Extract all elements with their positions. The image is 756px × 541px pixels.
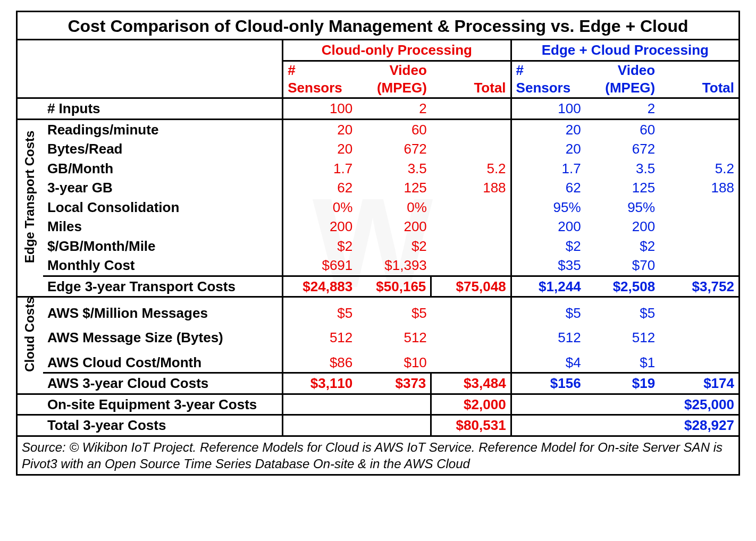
row-aws3: AWS 3-year Cloud Costs $3,110 $373 $3,48…: [17, 373, 740, 394]
col-e-total: Total: [659, 79, 739, 98]
row-total: Total 3-year Costs $80,531 $28,927: [17, 415, 740, 436]
col-c-sensors-2: Sensors: [283, 79, 357, 98]
side-label-cloud: Cloud Costs: [17, 297, 43, 373]
comparison-table: W Cost Comparison of Cloud-only Manageme…: [16, 11, 740, 476]
edge-cloud-header: Edge + Cloud Processing: [511, 40, 739, 61]
source-footnote: Source: © Wikibon IoT Project. Reference…: [17, 436, 740, 475]
row-awscm: AWS Cloud Cost/Month $86 $10 $4 $1: [17, 347, 740, 373]
row-consol: Local Consolidation 0% 0% 95% 95%: [17, 198, 740, 217]
group-header-row: Cloud-only Processing Edge + Cloud Proce…: [17, 40, 740, 61]
col-c-video-2: (MPEG): [357, 79, 431, 98]
col-c-total: Total: [431, 79, 511, 98]
title-row: Cost Comparison of Cloud-only Management…: [17, 12, 740, 40]
row-awsms: AWS Message Size (Bytes) 512 512 512 512: [17, 323, 740, 347]
row-gb3: 3-year GB 62 125 188 62 125 188: [17, 178, 740, 198]
row-gbm: GB/Month 1.7 3.5 5.2 1.7 3.5 5.2: [17, 159, 740, 179]
row-rpm: Edge Transport Costs Readings/minute 20 …: [17, 119, 740, 139]
cloud-only-header: Cloud-only Processing: [283, 40, 511, 61]
row-awsmm: Cloud Costs AWS $/Million Messages $5 $5…: [17, 297, 740, 323]
label-inputs: # Inputs: [43, 98, 283, 120]
row-rate: $/GB/Month/Mile $2 $2 $2 $2: [17, 236, 740, 256]
row-inputs: # Inputs 100 2 100 2: [17, 98, 740, 120]
footnote-row: Source: © Wikibon IoT Project. Reference…: [17, 436, 740, 475]
subheader-row-2: Sensors (MPEG) Total Sensors (MPEG) Tota…: [17, 79, 740, 98]
row-bpr: Bytes/Read 20 672 20 672: [17, 139, 740, 159]
col-c-video-1: Video: [357, 61, 431, 79]
row-onsite: On-site Equipment 3-year Costs $2,000 $2…: [17, 394, 740, 415]
cost-table: Cost Comparison of Cloud-only Management…: [16, 11, 740, 476]
subheader-row-1: # Video # Video: [17, 61, 740, 79]
row-miles: Miles 200 200 200 200: [17, 217, 740, 236]
col-e-sensors-2: Sensors: [511, 79, 585, 98]
row-mcost: Monthly Cost $691 $1,393 $35 $70: [17, 256, 740, 276]
col-e-video-2: (MPEG): [585, 79, 660, 98]
row-edge3: Edge 3-year Transport Costs $24,883 $50,…: [17, 276, 740, 297]
side-label-transport: Edge Transport Costs: [17, 119, 43, 276]
col-c-sensors-1: #: [283, 61, 357, 79]
col-e-sensors-1: #: [511, 61, 585, 79]
col-e-video-1: Video: [585, 61, 660, 79]
table-title: Cost Comparison of Cloud-only Management…: [17, 12, 740, 40]
